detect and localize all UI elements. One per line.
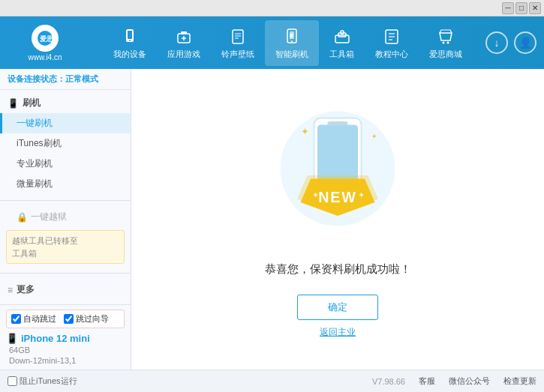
auto-jump-checkbox[interactable] — [11, 314, 21, 324]
more-section-header: ≡ 更多 — [0, 280, 131, 300]
nav-tutorials[interactable]: 教程中心 — [365, 20, 419, 66]
status-label: 设备连接状态： — [8, 74, 65, 83]
customer-service-link[interactable]: 客服 — [419, 376, 435, 387]
download-btn[interactable]: ↓ — [485, 31, 508, 54]
close-btn[interactable]: ✕ — [529, 2, 541, 14]
svg-rect-28 — [328, 121, 348, 125]
svg-rect-3 — [128, 31, 132, 39]
minimize-btn[interactable]: ─ — [502, 2, 514, 14]
nav-tools-label: 工具箱 — [329, 49, 354, 60]
divider-1 — [0, 200, 131, 201]
nav-smart-flash-label: 智能刷机 — [275, 49, 308, 60]
device-system: Down-12mini-13,1 — [6, 356, 125, 365]
phone-illustration: ✦ ✦ ✦ NEW ✦ ✦ — [270, 100, 405, 250]
svg-text:爱思: 爱思 — [40, 35, 54, 43]
stop-itunes-checkbox[interactable] — [8, 376, 17, 386]
checkboxes-row: 自动跳过 跳过向导 — [6, 310, 125, 328]
status-bar: 设备连接状态：正常模式 — [0, 69, 131, 90]
footer-left: 阻止iTunes运行 — [8, 376, 372, 387]
ringtones-icon — [227, 26, 248, 47]
nav-ringtones[interactable]: 铃声壁纸 — [211, 20, 265, 66]
stop-itunes-text: 阻止iTunes运行 — [20, 376, 77, 387]
header: 爱思 www.i4.cn 我的设备 — [0, 16, 544, 69]
skip-wizard-checkbox[interactable] — [64, 314, 74, 324]
tools-icon — [332, 26, 353, 47]
flash-section-title: 刷机 — [23, 97, 41, 109]
one-key-flash-label: 一键刷机 — [17, 118, 53, 128]
stop-itunes-label[interactable]: 阻止iTunes运行 — [8, 376, 77, 387]
nav-ringtones-label: 铃声壁纸 — [221, 49, 254, 60]
flash-section-header: 📱 刷机 — [0, 93, 131, 113]
sidebar-section-jailbreak: 🔒 一键越狱 越狱工具已转移至工具箱 — [0, 204, 131, 270]
nav-apps-games-label: 应用游戏 — [167, 49, 200, 60]
pro-flash-label: 专业刷机 — [17, 158, 53, 169]
sidebar-item-pro-flash[interactable]: 专业刷机 — [0, 154, 131, 174]
svg-rect-8 — [181, 31, 187, 34]
smart-flash-icon — [281, 26, 302, 47]
logo-area[interactable]: 爱思 www.i4.cn — [0, 25, 90, 61]
device-name-text: iPhone 12 mini — [21, 333, 90, 344]
sidebar-item-data-flash[interactable]: 微量刷机 — [0, 174, 131, 194]
divider-2 — [0, 273, 131, 274]
footer: 阻止iTunes运行 V7.98.66 客服 微信公众号 检查更新 — [0, 370, 544, 392]
sidebar-section-flash: 📱 刷机 一键刷机 iTunes刷机 专业刷机 微量刷机 — [0, 90, 131, 197]
apps-games-icon — [173, 26, 194, 47]
data-flash-label: 微量刷机 — [17, 178, 53, 189]
flash-section-icon: 📱 — [8, 98, 19, 109]
header-right: ↓ 👤 — [485, 31, 544, 54]
wechat-public-link[interactable]: 微信公众号 — [449, 376, 490, 387]
nav-tutorials-label: 教程中心 — [375, 49, 408, 60]
svg-text:✦: ✦ — [358, 190, 365, 199]
jailbreak-notice: 越狱工具已转移至工具箱 — [6, 230, 125, 264]
device-phone-icon: 📱 — [6, 333, 18, 344]
nav-shop[interactable]: 爱思商城 — [419, 20, 473, 66]
check-update-link[interactable]: 检查更新 — [503, 376, 536, 387]
sidebar-item-itunes-flash[interactable]: iTunes刷机 — [0, 133, 131, 154]
confirm-button[interactable]: 确定 — [297, 295, 378, 320]
lock-icon: 🔒 — [17, 212, 28, 223]
nav-tools[interactable]: 工具箱 — [319, 20, 365, 66]
nav-my-device[interactable]: 我的设备 — [103, 20, 157, 66]
logo-url: www.i4.cn — [28, 53, 62, 61]
skip-wizard-label[interactable]: 跳过向导 — [64, 313, 109, 325]
svg-rect-9 — [233, 30, 243, 43]
user-btn[interactable]: 👤 — [514, 31, 536, 54]
sidebar-item-one-key-flash[interactable]: 一键刷机 — [0, 113, 131, 133]
svg-text:✦: ✦ — [312, 190, 319, 199]
shop-icon — [435, 26, 456, 47]
nav-shop-label: 爱思商城 — [429, 49, 462, 60]
itunes-flash-label: iTunes刷机 — [17, 138, 62, 148]
device-name: 📱 iPhone 12 mini — [6, 333, 125, 344]
logo-icon: 爱思 — [32, 25, 59, 52]
svg-text:✦: ✦ — [371, 132, 377, 139]
auto-jump-label[interactable]: 自动跳过 — [11, 313, 56, 325]
more-section-title: 更多 — [17, 283, 35, 296]
footer-right: V7.98.66 客服 微信公众号 检查更新 — [372, 376, 536, 387]
content-area: ✦ ✦ ✦ NEW ✦ ✦ 恭喜您，保资料刷机成功啦！ 确定 返回主业 — [131, 69, 544, 370]
success-message: 恭喜您，保资料刷机成功啦！ — [265, 262, 411, 277]
nav-smart-flash[interactable]: 智能刷机 — [265, 20, 319, 66]
sidebar-bottom: 自动跳过 跳过向导 📱 iPhone 12 mini 64GB Down-12m… — [0, 304, 131, 370]
status-value: 正常模式 — [65, 74, 98, 83]
maximize-btn[interactable]: □ — [515, 2, 527, 14]
return-link[interactable]: 返回主业 — [320, 326, 356, 339]
svg-text:✦: ✦ — [301, 127, 309, 137]
svg-point-15 — [291, 40, 293, 42]
device-block: 📱 iPhone 12 mini 64GB Down-12mini-13,1 — [0, 328, 131, 370]
nav-apps-games[interactable]: 应用游戏 — [157, 20, 211, 66]
jailbreak-section-header: 🔒 一键越狱 — [0, 207, 131, 227]
title-bar: ─ □ ✕ — [0, 0, 544, 16]
svg-point-24 — [447, 41, 449, 43]
svg-text:NEW: NEW — [318, 189, 357, 205]
jailbreak-notice-text: 越狱工具已转移至工具箱 — [12, 236, 78, 258]
nav-bar: 我的设备 应用游戏 — [90, 20, 485, 66]
my-device-icon — [119, 26, 140, 47]
svg-rect-18 — [341, 31, 344, 34]
more-section-icon: ≡ — [8, 285, 13, 295]
svg-point-4 — [129, 40, 131, 41]
jailbreak-section-title: 一键越狱 — [31, 211, 67, 223]
nav-my-device-label: 我的设备 — [113, 49, 146, 60]
tutorials-icon — [381, 26, 402, 47]
svg-point-23 — [443, 41, 445, 43]
skip-wizard-text: 跳过向导 — [76, 313, 109, 325]
